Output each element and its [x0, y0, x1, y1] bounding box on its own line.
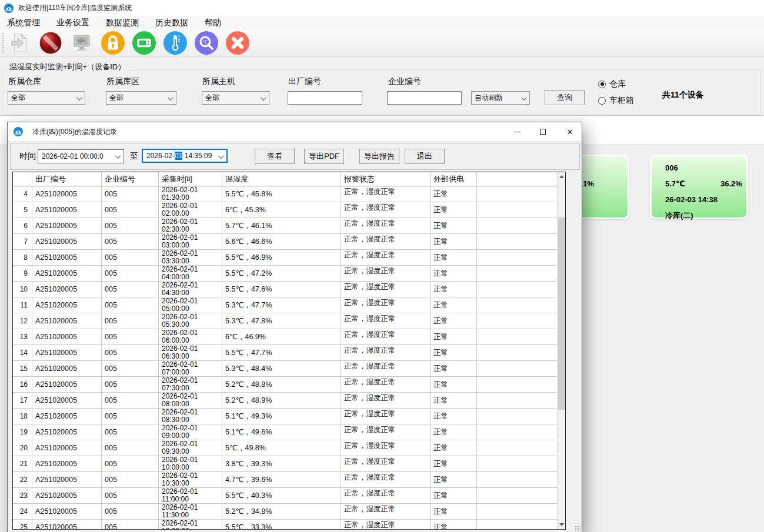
host-select[interactable]: 全部	[202, 91, 269, 105]
query-button[interactable]: 查询	[545, 90, 585, 105]
table-row[interactable]: 12A2510200050052026-02-01 05:30:005.3℃，4…	[13, 313, 557, 329]
table-cell: 2026-02-01 07:30:00	[159, 377, 222, 392]
exit-button[interactable]: 退出	[405, 149, 445, 164]
app-logo-icon	[14, 127, 23, 136]
dialog-maximize-button[interactable]	[532, 124, 553, 139]
menu-item-0[interactable]: 系统管理	[1, 16, 46, 29]
dialog-minimize-button[interactable]	[506, 124, 528, 139]
table-row[interactable]: 23A2510200050052026-02-01 11:00:005.5℃，4…	[13, 488, 557, 504]
table-cell: 正常	[431, 234, 477, 249]
view-button[interactable]: 查看	[255, 149, 295, 164]
table-cell: 2026-02-01 03:00:00	[159, 234, 222, 249]
refresh-mode-select[interactable]: 自动刷新	[471, 91, 530, 105]
thermometer-icon[interactable]	[163, 31, 188, 55]
toolbar-grip-handle[interactable]	[1, 32, 4, 54]
table-cell: 005	[102, 361, 159, 376]
records-table: 出厂编号企业编号采集时间温湿度报警状态外部供电4A251020005005202…	[12, 172, 566, 530]
table-header-filler	[477, 172, 557, 186]
temperature-search-icon[interactable]: ℃	[194, 31, 219, 55]
table-row[interactable]: 4A2510200050052026-02-01 01:30:005.5℃，45…	[13, 186, 557, 202]
table-cell: 005	[102, 218, 159, 233]
table-row[interactable]: 10A2510200050052026-02-01 04:30:005.5℃，4…	[13, 282, 557, 297]
column-header-2[interactable]: 企业编号	[102, 172, 159, 186]
date-to-picker[interactable]: 2026-02-01 14:35:09	[142, 149, 228, 163]
scroll-up-arrow-icon[interactable]	[558, 172, 566, 181]
table-row[interactable]: 21A2510200050052026-02-01 10:00:003.8℃，3…	[13, 456, 557, 472]
window-title: 欢迎使用|110车间冷库|温度监测系统	[18, 3, 132, 13]
table-cell: 25	[13, 520, 32, 529]
table-row[interactable]: 20A2510200050052026-02-01 09:30:005℃，49.…	[13, 440, 557, 456]
table-row-filler	[477, 329, 557, 344]
factory-no-input[interactable]	[288, 91, 362, 105]
column-header-0[interactable]	[13, 172, 32, 186]
table-cell: 5.1℃，49.6%	[222, 424, 341, 440]
device-name: 冷库(二)	[665, 210, 693, 221]
date-from-picker[interactable]: 2026-02-01 00:00:0	[38, 149, 124, 163]
scroll-down-arrow-icon[interactable]	[558, 520, 566, 529]
warehouse-label: 所属仓库	[8, 76, 41, 87]
table-cell: 14	[13, 345, 32, 360]
table-row[interactable]: 9A2510200050052026-02-01 04:00:005.5℃，47…	[13, 266, 557, 282]
table-cell: 16	[13, 377, 32, 392]
table-cell: 正常，湿度正常	[341, 456, 431, 471]
remote-monitor-icon	[69, 31, 94, 55]
table-cell: 10	[13, 282, 32, 297]
menu-item-4[interactable]: 帮助	[199, 16, 227, 29]
table-row[interactable]: 5A2510200050052026-02-01 02:00:006℃，45.3…	[13, 202, 557, 218]
close-x-icon[interactable]	[225, 31, 250, 55]
zone-select[interactable]: 全部	[106, 91, 176, 105]
chevron-down-icon	[115, 153, 121, 159]
close-icon: ✕	[567, 128, 573, 136]
company-no-input[interactable]	[387, 91, 462, 105]
table-row[interactable]: 25A2510200050052026-02-01 12:00:005.5℃，3…	[13, 520, 557, 529]
table-row[interactable]: 16A2510200050052026-02-01 07:30:005.2℃，4…	[13, 377, 557, 393]
table-cell: 正常，湿度正常	[341, 234, 431, 249]
vertical-scrollbar[interactable]	[557, 172, 565, 529]
device-card-006[interactable]: 006 5.7℃ 36.2% 26-02-03 14:38 冷库(二)	[650, 155, 748, 219]
dialog-close-button[interactable]: ✕	[559, 124, 580, 139]
column-header-6[interactable]: 外部供电	[431, 172, 477, 186]
resize-grip[interactable]	[575, 526, 580, 531]
export-pdf-button[interactable]: 导出PDF	[304, 149, 344, 164]
table-cell: 2026-02-01 08:30:00	[159, 409, 222, 424]
radio-vehicle[interactable]: 车柜箱	[598, 95, 634, 106]
table-row[interactable]: 24A2510200050052026-02-01 11:30:005.2℃，3…	[13, 504, 557, 520]
menu-item-1[interactable]: 业务设置	[51, 16, 95, 29]
column-header-4[interactable]: 温湿度	[222, 172, 341, 186]
zone-label: 所属库区	[106, 76, 139, 87]
chevron-down-icon	[218, 153, 224, 159]
scrollbar-thumb[interactable]	[558, 218, 565, 410]
table-cell: 22	[13, 472, 32, 487]
device-terminal-icon[interactable]	[132, 31, 156, 55]
export-report-button[interactable]: 导出报告	[359, 149, 399, 164]
table-row[interactable]: 13A2510200050052026-02-01 06:00:006℃，46.…	[13, 329, 557, 345]
app-logo-icon	[4, 4, 14, 13]
table-cell: 2026-02-01 03:30:00	[159, 250, 222, 265]
table-cell: A251020005	[32, 456, 102, 471]
column-header-5[interactable]: 报警状态	[341, 172, 431, 186]
table-row[interactable]: 14A2510200050052026-02-01 06:30:005.5℃，4…	[13, 345, 557, 361]
table-row[interactable]: 15A2510200050052026-02-01 07:00:005.3℃，4…	[13, 361, 557, 377]
column-header-3[interactable]: 采集时间	[159, 172, 222, 186]
table-row[interactable]: 6A2510200050052026-02-01 02:30:005.7℃，46…	[13, 218, 557, 234]
table-row[interactable]: 8A2510200050052026-02-01 03:30:005.5℃，46…	[13, 250, 557, 266]
table-row[interactable]: 18A2510200050052026-02-01 08:30:005.1℃，4…	[13, 409, 557, 424]
menu-item-3[interactable]: 历史数据	[149, 16, 194, 29]
table-row[interactable]: 17A2510200050052026-02-01 08:00:005.2℃，4…	[13, 393, 557, 409]
table-cell: 24	[13, 504, 32, 519]
radio-warehouse[interactable]: 仓库	[598, 79, 626, 89]
table-row[interactable]: 22A2510200050052026-02-01 10:30:004.7℃，3…	[13, 472, 557, 488]
table-cell: 5.7℃，46.1%	[222, 218, 341, 233]
table-row[interactable]: 7A2510200050052026-02-01 03:00:005.6℃，46…	[13, 234, 557, 250]
column-header-1[interactable]: 出厂编号	[32, 172, 102, 186]
table-cell: 005	[102, 472, 159, 487]
menu-item-2[interactable]: 数据监测	[100, 16, 145, 29]
table-row[interactable]: 19A2510200050052026-02-01 09:00:005.1℃，4…	[13, 424, 557, 440]
table-row-filler	[477, 440, 557, 456]
table-cell: 6	[13, 218, 32, 233]
table-row[interactable]: 11A2510200050052026-02-01 05:00:005.3℃，4…	[13, 297, 557, 313]
warehouse-select[interactable]: 全部	[8, 91, 85, 105]
stop-sign-icon[interactable]	[38, 31, 63, 55]
lock-icon[interactable]	[101, 31, 125, 55]
device-id: 006	[665, 163, 678, 172]
